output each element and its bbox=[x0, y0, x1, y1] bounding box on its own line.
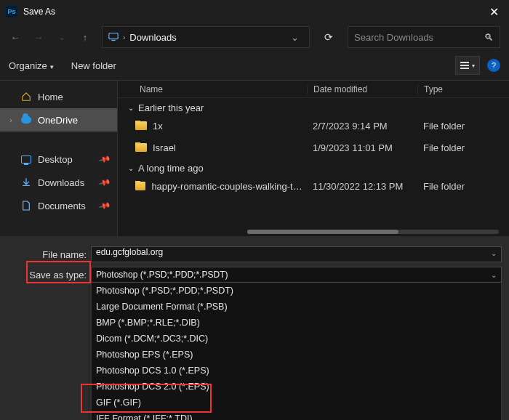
search-placeholder: Search Downloads bbox=[354, 32, 484, 43]
address-dropdown-icon[interactable]: ⌄ bbox=[286, 32, 303, 43]
sidebar-item-label: OneDrive bbox=[38, 115, 78, 126]
save-type-option[interactable]: Photoshop (*.PSD;*.PDD;*.PSDT) bbox=[92, 283, 501, 299]
save-type-option[interactable]: Photoshop EPS (*.EPS) bbox=[92, 347, 501, 363]
nav-row: ← → ⌄ ↑ › Downloads ⌄ ⟳ Search Downloads… bbox=[0, 23, 509, 51]
column-header-name[interactable]: Name bbox=[118, 84, 307, 94]
sidebar-item-desktop[interactable]: Desktop 📌 bbox=[0, 148, 117, 171]
chevron-down-icon: ⌄ bbox=[128, 164, 134, 172]
file-row[interactable]: Israel 1/9/2023 11:01 PM File folder bbox=[118, 137, 509, 158]
save-type-option[interactable]: BMP (*.BMP;*.RLE;*.DIB) bbox=[92, 315, 501, 331]
sidebar-item-onedrive[interactable]: › OneDrive bbox=[0, 108, 117, 132]
this-pc-icon bbox=[108, 32, 119, 42]
sidebar-item-label: Home bbox=[38, 92, 63, 102]
save-type-selected[interactable]: Photoshop (*.PSD;*.PDD;*.PSDT) ⌄ bbox=[91, 267, 502, 283]
toolbar: Organize▾ New folder ▾ ? bbox=[0, 51, 509, 80]
save-type-option[interactable]: Dicom (*.DCM;*.DC3;*.DIC) bbox=[92, 331, 501, 347]
file-row[interactable]: happy-romantic-couples-walking-togeth...… bbox=[118, 175, 509, 197]
refresh-button[interactable]: ⟳ bbox=[320, 31, 337, 43]
column-headers: Name Date modified Type bbox=[118, 81, 509, 98]
nav-up-icon[interactable]: ↑ bbox=[79, 32, 92, 43]
sidebar-item-home[interactable]: Home bbox=[0, 85, 117, 108]
svg-rect-1 bbox=[111, 40, 115, 41]
list-view-icon bbox=[460, 62, 469, 69]
pin-icon: 📌 bbox=[98, 176, 112, 189]
close-button[interactable]: ✕ bbox=[485, 5, 503, 19]
save-type-combo[interactable]: Photoshop (*.PSD;*.PDD;*.PSDT) ⌄ Photosh… bbox=[91, 267, 502, 283]
sidebar-item-label: Documents bbox=[38, 201, 86, 211]
help-button[interactable]: ? bbox=[487, 59, 500, 72]
sidebar-item-documents[interactable]: Documents 📌 bbox=[0, 194, 117, 217]
download-icon bbox=[20, 177, 32, 188]
save-type-option[interactable]: IFF Format (*.IFF;*.TDI) bbox=[92, 411, 501, 420]
address-bar[interactable]: › Downloads ⌄ bbox=[102, 26, 310, 48]
save-type-option[interactable]: Large Document Format (*.PSB) bbox=[92, 299, 501, 315]
chevron-down-icon[interactable]: ⌄ bbox=[491, 249, 497, 257]
horizontal-scrollbar[interactable] bbox=[247, 230, 499, 234]
save-type-label: Save as type: bbox=[7, 270, 91, 280]
save-panel: File name: edu.gcfglobal.org ⌄ Save as t… bbox=[0, 236, 509, 420]
file-row[interactable]: 1x 2/7/2023 9:14 PM File folder bbox=[118, 115, 509, 137]
new-folder-button[interactable]: New folder bbox=[71, 60, 116, 71]
folder-icon bbox=[135, 121, 147, 130]
file-list-pane: Name Date modified Type ⌄ Earlier this y… bbox=[118, 81, 509, 236]
location-text: Downloads bbox=[129, 32, 176, 43]
organize-button[interactable]: Organize▾ bbox=[9, 60, 54, 71]
column-header-date[interactable]: Date modified bbox=[307, 84, 417, 94]
search-input[interactable]: Search Downloads 🔍︎ bbox=[348, 26, 500, 48]
filename-label: File name: bbox=[7, 249, 91, 260]
sidebar: Home › OneDrive Desktop 📌 Downloads 📌 bbox=[0, 81, 118, 236]
home-icon bbox=[20, 91, 32, 102]
cloud-icon bbox=[20, 114, 32, 126]
save-type-option[interactable]: Photoshop DCS 2.0 (*.EPS) bbox=[92, 379, 501, 395]
pin-icon: 📌 bbox=[98, 199, 112, 212]
sidebar-item-label: Desktop bbox=[38, 154, 73, 165]
nav-recent-icon[interactable]: ⌄ bbox=[55, 33, 68, 41]
document-icon bbox=[20, 200, 32, 211]
chevron-down-icon: ▾ bbox=[50, 63, 54, 70]
nav-forward-icon[interactable]: → bbox=[32, 32, 45, 43]
desktop-icon bbox=[20, 153, 32, 165]
nav-back-icon[interactable]: ← bbox=[9, 32, 22, 43]
pin-icon: 📌 bbox=[98, 153, 112, 166]
file-group-header[interactable]: ⌄ A long time ago bbox=[118, 158, 509, 175]
filename-input[interactable]: edu.gcfglobal.org ⌄ bbox=[91, 246, 502, 262]
svg-rect-0 bbox=[109, 33, 118, 39]
folder-icon bbox=[135, 143, 147, 152]
titlebar: Ps Save As ✕ bbox=[0, 0, 509, 23]
file-group-header[interactable]: ⌄ Earlier this year bbox=[118, 98, 509, 115]
save-type-option[interactable]: Photoshop DCS 1.0 (*.EPS) bbox=[92, 363, 501, 379]
sidebar-item-label: Downloads bbox=[38, 177, 84, 188]
search-icon: 🔍︎ bbox=[484, 32, 494, 43]
photoshop-app-icon: Ps bbox=[6, 6, 17, 17]
save-type-dropdown-list: Photoshop (*.PSD;*.PDD;*.PSDT)Large Docu… bbox=[91, 283, 502, 420]
sidebar-item-downloads[interactable]: Downloads 📌 bbox=[0, 171, 117, 194]
chevron-down-icon: ⌄ bbox=[491, 271, 497, 279]
window-title: Save As bbox=[23, 7, 55, 17]
view-mode-button[interactable]: ▾ bbox=[455, 56, 480, 75]
column-header-type[interactable]: Type bbox=[417, 84, 509, 94]
save-type-option[interactable]: GIF (*.GIF) bbox=[92, 395, 501, 411]
chevron-down-icon: ⌄ bbox=[128, 104, 134, 112]
chevron-right-icon: › bbox=[123, 33, 125, 41]
folder-icon bbox=[135, 182, 145, 190]
chevron-right-icon: › bbox=[7, 116, 15, 124]
